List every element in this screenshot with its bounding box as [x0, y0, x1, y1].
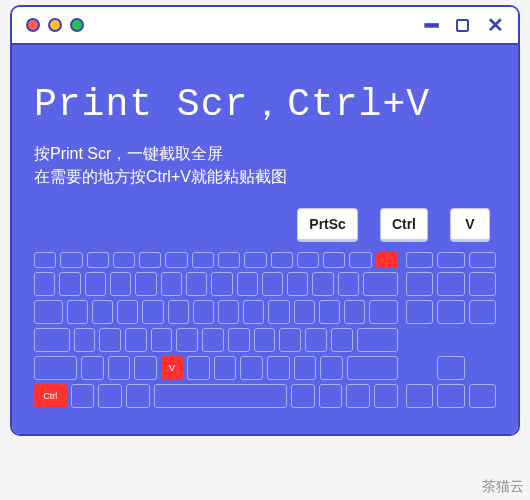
browser-window: ━ ✕ Print Scr，Ctrl+V 按Print Scr，一键截取全屏 在…	[10, 5, 520, 436]
key	[218, 300, 239, 324]
key	[161, 272, 182, 296]
maximize-dot-icon[interactable]	[70, 18, 84, 32]
key	[279, 328, 301, 352]
nav-cluster	[406, 252, 496, 408]
key	[74, 328, 96, 352]
key	[202, 328, 224, 352]
key-ctrl-highlight: Ctrl	[34, 384, 67, 408]
key	[139, 252, 161, 268]
key	[85, 272, 106, 296]
key	[319, 300, 340, 324]
key	[287, 272, 308, 296]
key	[305, 328, 327, 352]
key	[34, 272, 55, 296]
key	[187, 356, 210, 380]
key	[87, 252, 109, 268]
key	[294, 300, 315, 324]
key	[406, 300, 433, 324]
key	[168, 300, 189, 324]
key	[218, 252, 240, 268]
key	[186, 272, 207, 296]
key	[98, 384, 122, 408]
close-dot-icon[interactable]	[26, 18, 40, 32]
window-titlebar: ━ ✕	[12, 7, 518, 45]
key	[125, 328, 147, 352]
key	[193, 300, 214, 324]
key	[319, 384, 343, 408]
key	[357, 328, 398, 352]
key	[349, 252, 371, 268]
key	[117, 300, 138, 324]
key	[99, 328, 121, 352]
key	[165, 252, 187, 268]
key	[346, 384, 370, 408]
headline-text: Print Scr，Ctrl+V	[34, 77, 496, 128]
watermark-text: 茶猫云	[482, 478, 524, 496]
key-arrow-up	[437, 356, 464, 380]
content-panel: Print Scr，Ctrl+V 按Print Scr，一键截取全屏 在需要的地…	[12, 45, 518, 434]
subline-2: 在需要的地方按Ctrl+V就能粘贴截图	[34, 165, 496, 188]
key	[347, 356, 398, 380]
key-callouts: PrtSc Ctrl V	[34, 208, 496, 242]
key	[469, 252, 496, 268]
traffic-lights	[26, 18, 84, 32]
key	[192, 252, 214, 268]
key	[262, 272, 283, 296]
key	[135, 272, 156, 296]
key	[34, 328, 70, 352]
key	[291, 384, 315, 408]
key-spacebar	[154, 384, 287, 408]
key	[110, 272, 131, 296]
minimize-dot-icon[interactable]	[48, 18, 62, 32]
key	[243, 300, 264, 324]
key	[59, 272, 80, 296]
callout-key-ctrl: Ctrl	[380, 208, 428, 242]
subline-1: 按Print Scr，一键截取全屏	[34, 142, 496, 165]
key	[469, 300, 496, 324]
key	[254, 328, 276, 352]
key	[271, 252, 293, 268]
key	[323, 252, 345, 268]
key-arrow-right	[469, 384, 496, 408]
key	[294, 356, 317, 380]
key	[406, 272, 433, 296]
keyboard-illustration: V Ctrl	[34, 252, 496, 408]
key	[228, 328, 250, 352]
key	[374, 384, 398, 408]
key	[437, 252, 464, 268]
key-arrow-down	[437, 384, 464, 408]
key	[437, 300, 464, 324]
key	[142, 300, 163, 324]
key	[237, 272, 258, 296]
maximize-icon[interactable]	[456, 19, 469, 32]
key	[344, 300, 365, 324]
key	[469, 272, 496, 296]
key	[34, 300, 63, 324]
key	[71, 384, 95, 408]
minimize-icon[interactable]: ━	[425, 20, 438, 31]
key	[92, 300, 113, 324]
key	[331, 328, 353, 352]
key	[406, 252, 433, 268]
key	[267, 356, 290, 380]
key	[67, 300, 88, 324]
key	[151, 328, 173, 352]
key	[214, 356, 237, 380]
key	[60, 252, 82, 268]
key	[108, 356, 131, 380]
key	[81, 356, 104, 380]
key	[338, 272, 359, 296]
key	[176, 328, 198, 352]
key	[126, 384, 150, 408]
callout-key-prtsc: PrtSc	[297, 208, 358, 242]
key	[113, 252, 135, 268]
key	[34, 252, 56, 268]
key	[244, 252, 266, 268]
key	[211, 272, 232, 296]
key-arrow-left	[406, 384, 433, 408]
key	[320, 356, 343, 380]
close-icon[interactable]: ✕	[487, 13, 504, 37]
key	[363, 272, 398, 296]
key	[240, 356, 263, 380]
key	[268, 300, 289, 324]
